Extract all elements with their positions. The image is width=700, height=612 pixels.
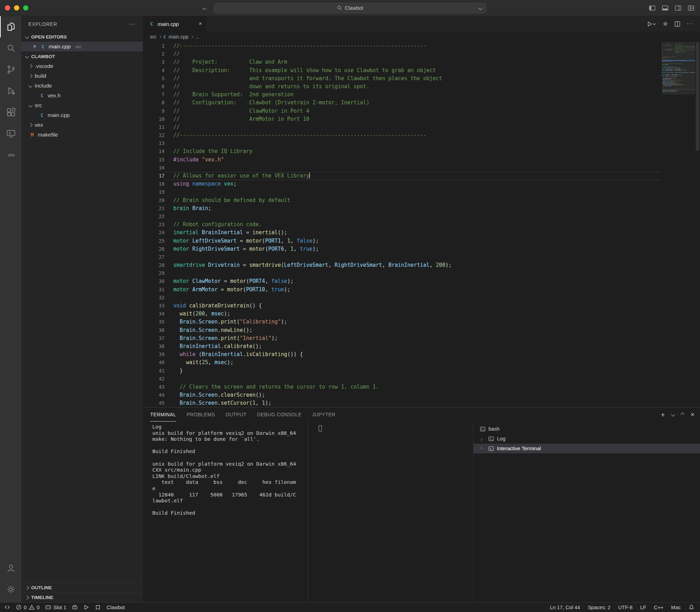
- line-number[interactable]: 43: [143, 383, 165, 391]
- code-line[interactable]: 26motor RightDriveSmart = motor(PORT6, 1…: [143, 245, 660, 253]
- toggle-panel-icon[interactable]: [662, 5, 668, 11]
- code-line[interactable]: 31motor ArmMotor = motor(PORT10, true);: [143, 286, 660, 294]
- code-line[interactable]: 36 Brain.Screen.newLine();: [143, 326, 660, 334]
- editor-scrollbar[interactable]: [695, 42, 700, 407]
- code-line[interactable]: 19: [143, 188, 660, 196]
- line-number[interactable]: 38: [143, 342, 165, 350]
- line-number[interactable]: 37: [143, 334, 165, 342]
- code-line[interactable]: 33void calibrateDrivetrain() {: [143, 302, 660, 310]
- code-line[interactable]: 24inertial BrainInertial = inertial();: [143, 229, 660, 237]
- line-number[interactable]: 13: [143, 139, 165, 147]
- language-mode-status[interactable]: C++: [654, 605, 663, 610]
- code-line[interactable]: 8// Configuration: Clawbot (Drivetrain 2…: [143, 99, 660, 107]
- download-to-brain-button[interactable]: [72, 604, 78, 610]
- line-number[interactable]: 35: [143, 318, 165, 326]
- line-number[interactable]: 36: [143, 326, 165, 334]
- line-number[interactable]: 21: [143, 204, 165, 213]
- code-line[interactable]: 41 }: [143, 367, 660, 375]
- split-editor-icon[interactable]: [674, 21, 680, 27]
- code-line[interactable]: 29: [143, 269, 660, 277]
- panel-tab-debug-console[interactable]: DEBUG CONSOLE: [257, 408, 302, 422]
- line-number[interactable]: 24: [143, 229, 165, 237]
- line-number[interactable]: 19: [143, 188, 165, 196]
- project-root-clawbot[interactable]: CLAWBOT: [21, 51, 143, 61]
- line-number[interactable]: 26: [143, 245, 165, 253]
- encoding-status[interactable]: UTF-8: [618, 605, 632, 610]
- code-line[interactable]: 27: [143, 253, 660, 261]
- command-center-search[interactable]: Clawbot: [214, 3, 486, 13]
- stop-program-button[interactable]: [95, 604, 101, 610]
- line-number[interactable]: 29: [143, 269, 165, 277]
- code-line[interactable]: 16: [143, 164, 660, 172]
- code-line[interactable]: 25motor LeftDriveSmart = motor(PORT1, 1,…: [143, 237, 660, 245]
- activity-accounts-icon[interactable]: [0, 557, 21, 579]
- activity-extensions-icon[interactable]: [0, 102, 21, 123]
- minimize-window-button[interactable]: [14, 5, 19, 11]
- breadcrumb[interactable]: src C main.cpp ...: [143, 32, 700, 42]
- line-number[interactable]: 1: [143, 42, 165, 50]
- open-editors-section[interactable]: OPEN EDITORS: [21, 32, 143, 42]
- maximize-panel-icon[interactable]: [680, 412, 684, 416]
- tree-item-makefile[interactable]: Mmakefile: [21, 130, 143, 140]
- interactive-terminal-pane[interactable]: [308, 422, 473, 602]
- outline-section[interactable]: OUTLINE: [21, 583, 143, 592]
- panel-tab-terminal[interactable]: TERMINAL: [150, 408, 176, 422]
- line-number[interactable]: 10: [143, 115, 165, 123]
- line-number[interactable]: 12: [143, 131, 165, 139]
- code-line[interactable]: 10// ArmMotor in Port 10: [143, 115, 660, 123]
- activity-settings-icon[interactable]: [0, 579, 21, 600]
- terminal-list-item-interactive-terminal[interactable]: └Interactive Terminal: [473, 444, 700, 453]
- code-line[interactable]: 11//: [143, 123, 660, 131]
- cursor-position-status[interactable]: Ln 17, Col 44: [550, 605, 580, 610]
- eol-status[interactable]: LF: [640, 605, 646, 610]
- code-line[interactable]: 34 wait(200, msec);: [143, 310, 660, 318]
- breadcrumb-folder[interactable]: src: [150, 34, 157, 40]
- line-number[interactable]: 40: [143, 359, 165, 367]
- code-line[interactable]: 37 Brain.Screen.print("Inertial");: [143, 334, 660, 342]
- code-line[interactable]: 18using namespace vex;: [143, 180, 660, 188]
- line-number[interactable]: 33: [143, 302, 165, 310]
- terminal-picker-chevron-icon[interactable]: [671, 412, 675, 416]
- code-line[interactable]: 30motor ClawMotor = motor(PORT4, false);: [143, 277, 660, 285]
- panel-tab-output[interactable]: OUTPUT: [226, 408, 247, 422]
- line-number[interactable]: 14: [143, 147, 165, 155]
- code-line[interactable]: 45 Brain.Screen.setCursor(1, 1);: [143, 399, 660, 407]
- tab-main-cpp[interactable]: C main.cpp ×: [143, 16, 206, 32]
- code-line[interactable]: 2//: [143, 50, 660, 58]
- terminal-list-item-bash[interactable]: bash: [473, 424, 700, 434]
- more-actions-icon[interactable]: ···: [129, 21, 136, 27]
- close-window-button[interactable]: [5, 5, 10, 11]
- code-line[interactable]: 32: [143, 294, 660, 302]
- panel-tab-problems[interactable]: PROBLEMS: [187, 408, 215, 422]
- activity-source-control-icon[interactable]: [0, 59, 21, 80]
- remote-indicator[interactable]: [4, 604, 10, 610]
- line-number[interactable]: 20: [143, 196, 165, 204]
- code-line[interactable]: 22: [143, 213, 660, 221]
- indentation-status[interactable]: Spaces: 2: [588, 605, 611, 610]
- line-number[interactable]: 8: [143, 99, 165, 107]
- code-line[interactable]: 23// Robot configuration code.: [143, 221, 660, 229]
- line-number[interactable]: 45: [143, 399, 165, 407]
- play-program-button[interactable]: [83, 604, 89, 610]
- code-line[interactable]: 43 // Clears the screen and returns the …: [143, 383, 660, 391]
- zoom-window-button[interactable]: [23, 5, 28, 11]
- code-line[interactable]: 28smartdrive Drivetrain = smartdrive(Lef…: [143, 261, 660, 269]
- code-line[interactable]: 21brain Brain;: [143, 204, 660, 213]
- close-tab-icon[interactable]: ×: [199, 20, 202, 27]
- code-line[interactable]: 40 wait(25, msec);: [143, 359, 660, 367]
- open-editor-main-cpp[interactable]: × C main.cpp src: [21, 42, 143, 51]
- gear-icon[interactable]: [662, 21, 668, 27]
- breadcrumb-file[interactable]: main.cpp: [168, 34, 188, 40]
- tree-item-vex[interactable]: vex: [21, 120, 143, 130]
- back-button[interactable]: ←: [201, 4, 208, 12]
- code-line[interactable]: 6// down and returns to its original spo…: [143, 83, 660, 91]
- code-line[interactable]: 38 BrainInertial.calibrate();: [143, 342, 660, 350]
- code-line[interactable]: 3// Project: Claw and Arm: [143, 58, 660, 66]
- line-number[interactable]: 23: [143, 221, 165, 229]
- tree-item--vscode[interactable]: .vscode: [21, 61, 143, 71]
- line-number[interactable]: 27: [143, 253, 165, 261]
- line-number[interactable]: 39: [143, 350, 165, 359]
- more-actions-icon[interactable]: ···: [686, 21, 693, 27]
- line-number[interactable]: 18: [143, 180, 165, 188]
- terminal-list-item-log[interactable]: ┌Log: [473, 434, 700, 444]
